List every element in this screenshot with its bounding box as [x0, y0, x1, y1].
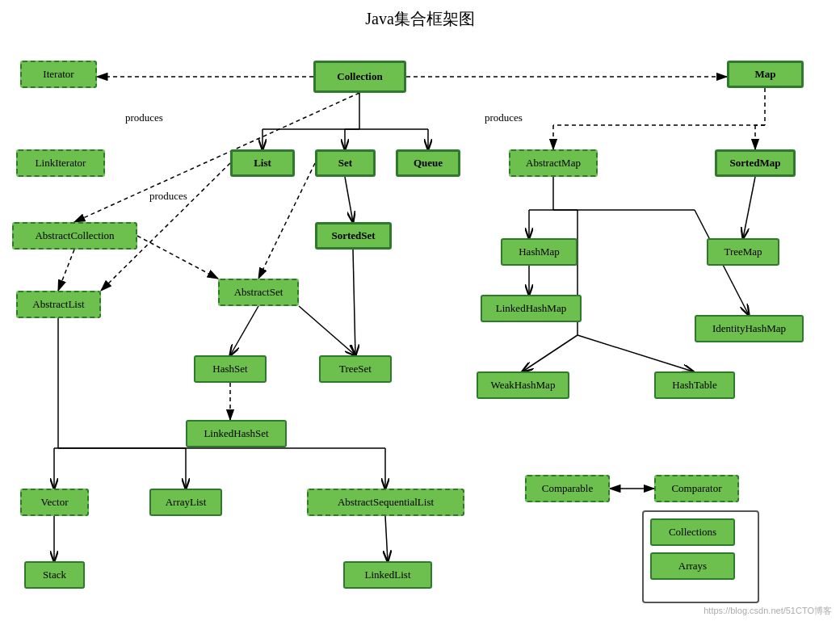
- utility-box: Collections Arrays: [642, 510, 759, 603]
- node-comparator: Comparator: [654, 475, 739, 502]
- node-arrays: Arrays: [650, 552, 735, 580]
- node-linkiterator: LinkIterator: [16, 149, 105, 177]
- node-hashtable: HashTable: [654, 371, 735, 399]
- svg-line-37: [353, 250, 355, 355]
- page-title: Java集合框架图: [0, 0, 840, 30]
- node-stack: Stack: [24, 561, 85, 589]
- svg-line-24: [523, 335, 578, 371]
- diagram-container: Java集合框架图 Map (dotted, arrow points to M…: [0, 0, 840, 621]
- node-sortedset: SortedSet: [315, 222, 392, 250]
- label-produces1: produces: [125, 111, 163, 124]
- node-set: Set: [315, 149, 376, 177]
- svg-line-31: [137, 236, 218, 279]
- node-abstractlist: AbstractList: [16, 291, 101, 318]
- node-linkedlist: LinkedList: [343, 561, 432, 589]
- node-sortedmap: SortedMap: [715, 149, 796, 177]
- node-queue: Queue: [396, 149, 460, 177]
- node-comparable: Comparable: [525, 475, 610, 502]
- node-collections: Collections: [650, 518, 735, 546]
- node-hashset: HashSet: [194, 355, 267, 383]
- svg-line-35: [230, 306, 258, 355]
- node-vector: Vector: [20, 489, 89, 516]
- node-treemap: TreeMap: [707, 238, 779, 266]
- node-iterator: Iterator: [20, 61, 97, 88]
- node-abstractcollection: AbstractCollection: [12, 222, 137, 250]
- node-identityhashmap: IdentityHashMap: [695, 315, 804, 342]
- watermark: https://blog.csdn.net/51CTO博客: [704, 605, 832, 617]
- node-hashmap: HashMap: [501, 238, 578, 266]
- node-linkedhashset: LinkedHashSet: [186, 420, 287, 447]
- node-abstractmap: AbstractMap: [509, 149, 598, 177]
- svg-line-33: [258, 163, 315, 279]
- node-treeset: TreeSet: [319, 355, 392, 383]
- node-linkedhashmap: LinkedHashMap: [481, 295, 582, 322]
- svg-line-32: [345, 177, 353, 222]
- svg-line-30: [58, 250, 74, 291]
- node-collection: Collection: [313, 61, 406, 93]
- svg-line-25: [578, 335, 693, 371]
- node-arraylist: ArrayList: [149, 489, 222, 516]
- label-produces2: produces: [485, 111, 523, 124]
- node-abstractsequentiallist: AbstractSequentialList: [307, 489, 464, 516]
- node-abstractset: AbstractSet: [218, 279, 299, 306]
- svg-line-27: [743, 177, 755, 238]
- svg-line-36: [299, 306, 355, 355]
- label-produces3: produces: [149, 190, 187, 203]
- node-list: List: [230, 149, 295, 177]
- svg-line-47: [385, 516, 388, 561]
- node-map: Map: [727, 61, 804, 88]
- node-weakhashmap: WeakHashMap: [477, 371, 569, 399]
